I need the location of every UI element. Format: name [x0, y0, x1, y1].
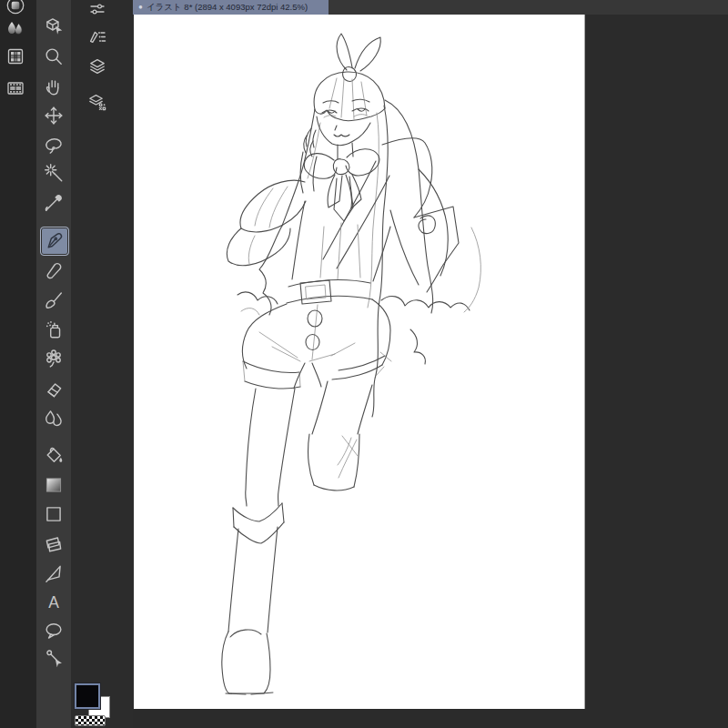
magic-wand-tool-button[interactable] [40, 159, 67, 187]
document-tab-title: イラスト 8* (2894 x 4093px 72dpi 42.5%) [147, 0, 308, 15]
layers-icon[interactable] [87, 56, 107, 76]
marker-tool-button[interactable] [40, 257, 67, 284]
eraser-icon [43, 379, 65, 400]
magnifier-icon [43, 46, 65, 67]
text-tool-button[interactable]: A [40, 589, 67, 616]
magic-wand-icon [43, 162, 65, 184]
blend-tool-button[interactable] [40, 405, 67, 432]
ruler-tool-button[interactable] [40, 560, 67, 587]
eyedropper-tool-button[interactable] [40, 189, 67, 217]
tool-property-icon[interactable] [87, 0, 107, 19]
marker-icon [43, 259, 65, 281]
lasso-icon [43, 135, 65, 157]
sub-tool-icon[interactable] [87, 26, 107, 46]
fill-tool-button[interactable] [40, 441, 67, 469]
canvas-drawing [134, 15, 584, 709]
line-correct-tool-button[interactable] [40, 644, 67, 672]
toolbar: A [36, 0, 71, 728]
decoration-tool-button[interactable] [40, 345, 67, 372]
paint-bucket-icon [43, 444, 65, 466]
airbrush-tool-button[interactable] [40, 316, 67, 343]
paint-app-window: { "document_tab": { "dot": "●", "title":… [0, 0, 728, 728]
app-logo-icon[interactable] [5, 0, 25, 15]
frame-border-icon [43, 532, 65, 554]
pen-tool-button[interactable] [40, 227, 69, 256]
object-tool-button[interactable] [40, 12, 67, 39]
animation-film-icon[interactable] [5, 78, 25, 98]
document-tab[interactable]: ● イラスト 8* (2894 x 4093px 72dpi 42.5%) [133, 0, 329, 15]
zoom-tool-button[interactable] [40, 43, 67, 70]
modified-dot: ● [138, 0, 143, 15]
ruler-triangle-icon [43, 562, 65, 584]
airbrush-spray-icon [43, 318, 65, 340]
hand-tool-button[interactable] [40, 73, 67, 100]
object-cube-icon [43, 15, 65, 36]
brush-tool-button[interactable] [40, 287, 67, 314]
canvas-viewport[interactable] [134, 15, 585, 709]
text-icon: A [43, 592, 65, 613]
balloon-tool-button[interactable] [40, 617, 67, 644]
line-correct-icon [43, 647, 65, 669]
pen-icon [44, 230, 66, 252]
eraser-tool-button[interactable] [40, 376, 67, 403]
color-set-grid-icon[interactable] [5, 46, 25, 66]
move-arrows-icon [43, 105, 65, 126]
rectangle-shape-icon [43, 503, 65, 525]
lasso-select-tool-button[interactable] [40, 132, 67, 159]
gradient-icon [43, 474, 65, 496]
speech-balloon-icon [43, 620, 65, 642]
svg-text:A: A [48, 593, 59, 612]
palette-dock-strip [0, 0, 36, 728]
gradient-tool-button[interactable] [40, 471, 67, 499]
brush-icon [43, 289, 65, 311]
decoration-flower-icon [43, 348, 65, 369]
palette-tab-dock [71, 0, 133, 728]
blend-drops-icon [43, 408, 65, 430]
main-color-swatch[interactable] [75, 683, 100, 709]
hand-icon [43, 76, 65, 97]
document-tabbar: ● イラスト 8* (2894 x 4093px 72dpi 42.5%) [133, 0, 728, 15]
color-mix-drops-icon[interactable] [5, 18, 25, 38]
transparent-color-swatch[interactable] [75, 715, 106, 726]
layer-property-icon[interactable] [87, 92, 107, 112]
move-tool-button[interactable] [40, 102, 67, 129]
frame-border-tool-button[interactable] [40, 530, 67, 557]
shape-tool-button[interactable] [40, 500, 67, 528]
eyedropper-icon [43, 192, 65, 214]
